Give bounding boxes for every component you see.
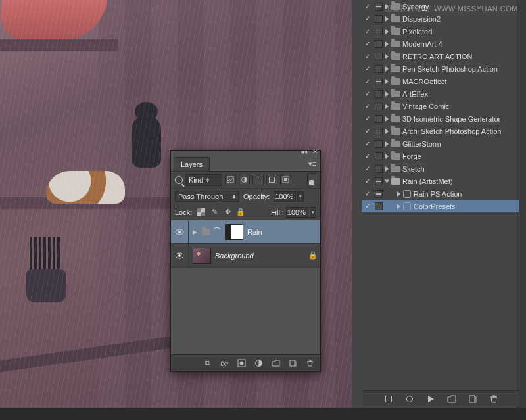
disclosure-triangle[interactable] [397, 191, 400, 197]
action-row[interactable]: Dispersion2 [362, 12, 519, 25]
disclosure-triangle[interactable] [385, 16, 389, 22]
opacity-input[interactable]: 100% [274, 191, 296, 202]
dialog-toggle[interactable] [375, 177, 383, 185]
action-row[interactable]: Pen Sketch Photoshop Action [362, 62, 519, 75]
action-row[interactable]: Sketch [362, 162, 519, 175]
disclosure-triangle[interactable] [385, 66, 389, 72]
action-row[interactable]: ArtEffex [362, 87, 519, 100]
toggle-checkmark[interactable] [363, 202, 372, 210]
dialog-toggle[interactable] [375, 115, 383, 123]
toggle-checkmark[interactable] [363, 103, 372, 110]
visibility-eye-icon[interactable] [175, 227, 184, 237]
record-button[interactable] [405, 394, 414, 404]
action-row[interactable]: Synergy [362, 0, 519, 12]
dialog-toggle[interactable] [375, 28, 383, 35]
disclosure-triangle[interactable] [385, 29, 389, 34]
toggle-checkmark[interactable] [363, 65, 372, 72]
trash-icon[interactable] [305, 358, 315, 368]
filter-smart-icon[interactable] [280, 175, 291, 185]
filter-kind-dropdown[interactable]: Kind ▲▼ [185, 174, 222, 186]
action-row[interactable]: GlitterStorm [362, 137, 519, 150]
layer-name[interactable]: Background [215, 252, 304, 260]
disclosure-triangle[interactable] [385, 166, 389, 172]
action-row[interactable]: ColorPresets [362, 200, 519, 212]
lock-pixels-icon[interactable]: ✎ [209, 207, 220, 218]
link-layers-icon[interactable]: ⧉ [203, 358, 212, 368]
collapse-icon[interactable]: ◂◂ [300, 148, 307, 155]
filter-shape-icon[interactable] [266, 175, 277, 185]
disclosure-triangle[interactable]: ▶ [193, 229, 198, 235]
action-row[interactable]: RETRO ART ACTION [362, 50, 519, 62]
play-button[interactable] [426, 394, 435, 404]
toggle-checkmark[interactable] [363, 90, 372, 97]
disclosure-triangle[interactable] [385, 4, 389, 9]
filter-pixel-icon[interactable] [225, 175, 236, 185]
toggle-checkmark[interactable] [363, 177, 372, 185]
mask-link-icon[interactable]: ⁀ [214, 228, 221, 235]
layer-row[interactable]: ▶⁀Rain [171, 220, 320, 244]
dialog-toggle[interactable] [375, 190, 383, 198]
dialog-toggle[interactable] [375, 90, 383, 98]
dialog-toggle[interactable] [375, 40, 383, 48]
toggle-checkmark[interactable] [363, 28, 372, 35]
toggle-checkmark[interactable] [363, 190, 372, 197]
disclosure-triangle[interactable] [385, 54, 389, 59]
toggle-checkmark[interactable] [363, 152, 372, 160]
dialog-toggle[interactable] [375, 202, 383, 210]
disclosure-triangle[interactable] [385, 79, 389, 84]
disclosure-triangle[interactable] [385, 179, 390, 183]
dialog-toggle[interactable] [375, 78, 383, 85]
trash-button[interactable] [489, 394, 498, 404]
action-row[interactable]: Archi Sketch Photoshop Action [362, 125, 519, 137]
action-row[interactable]: Vintage Comic [362, 100, 519, 112]
fill-input[interactable]: 100% [286, 207, 308, 218]
dialog-toggle[interactable] [375, 152, 383, 160]
dialog-toggle[interactable] [375, 165, 383, 173]
dialog-toggle[interactable] [375, 3, 383, 11]
dialog-toggle[interactable] [375, 128, 383, 135]
action-row[interactable]: Forge [362, 150, 519, 162]
new-action-button[interactable] [468, 394, 477, 404]
stop-button[interactable] [384, 394, 393, 404]
disclosure-triangle[interactable] [385, 41, 389, 47]
filter-adjust-icon[interactable] [239, 175, 250, 185]
disclosure-triangle[interactable] [397, 204, 400, 209]
toggle-checkmark[interactable] [363, 3, 372, 10]
close-icon[interactable]: ✕ [312, 148, 318, 155]
toggle-checkmark[interactable] [363, 115, 372, 122]
toggle-checkmark[interactable] [363, 15, 372, 22]
new-set-button[interactable] [447, 394, 456, 404]
blend-mode-dropdown[interactable]: Pass Through ▲▼ [175, 191, 239, 202]
group-icon[interactable] [271, 358, 281, 368]
action-row[interactable]: MACROeffect [362, 75, 519, 87]
dialog-toggle[interactable] [375, 103, 383, 110]
dialog-toggle[interactable] [375, 15, 383, 23]
disclosure-triangle[interactable] [385, 129, 389, 134]
tab-layers[interactable]: Layers [174, 157, 210, 171]
action-row[interactable]: Rain PS Action [362, 187, 519, 200]
filter-type-icon[interactable]: T [252, 175, 264, 185]
mask-icon[interactable] [237, 358, 247, 368]
filter-toggle[interactable] [307, 173, 316, 187]
toggle-checkmark[interactable] [363, 78, 372, 85]
toggle-checkmark[interactable] [363, 53, 372, 60]
new-layer-icon[interactable] [288, 358, 298, 368]
lock-position-icon[interactable]: ✥ [222, 207, 233, 218]
toggle-checkmark[interactable] [363, 128, 372, 135]
panel-titlebar[interactable]: ◂◂ ✕ [171, 151, 320, 156]
visibility-eye-icon[interactable] [175, 251, 184, 260]
toggle-checkmark[interactable] [363, 140, 372, 147]
panel-menu-icon[interactable]: ▾≡ [304, 157, 320, 171]
layer-name[interactable]: Rain [247, 228, 316, 236]
disclosure-triangle[interactable] [385, 141, 389, 147]
fx-icon[interactable]: fx▾ [220, 358, 229, 368]
disclosure-triangle[interactable] [385, 116, 389, 122]
action-row[interactable]: 3D Isometric Shape Generator [362, 112, 519, 125]
action-row[interactable]: Pixelated [362, 25, 519, 37]
layer-mask-thumb[interactable] [225, 224, 243, 240]
disclosure-triangle[interactable] [385, 91, 389, 97]
dialog-toggle[interactable] [375, 65, 383, 73]
disclosure-triangle[interactable] [385, 104, 389, 109]
opacity-stepper[interactable]: ▾ [297, 191, 304, 202]
dialog-toggle[interactable] [375, 140, 383, 148]
